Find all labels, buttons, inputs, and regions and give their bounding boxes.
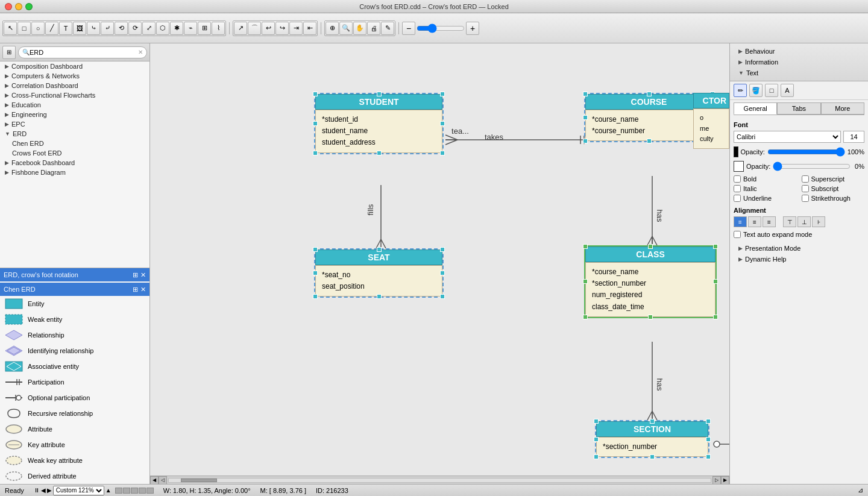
zoom-slider[interactable] (417, 24, 465, 33)
tab-tabs[interactable]: Tabs (777, 102, 820, 115)
scroll-next-btn[interactable]: ▷ (712, 476, 721, 485)
page-back-icon[interactable]: ◀ (41, 487, 46, 494)
tb-btn-6[interactable]: ⇤ (303, 22, 316, 35)
nav-item-crossfunc[interactable]: ▶ Cross-Functional Flowcharts (0, 90, 149, 100)
search-input[interactable] (30, 49, 138, 56)
line-tool[interactable]: ╱ (45, 22, 58, 35)
thumb-2[interactable] (123, 488, 130, 494)
tool-13[interactable]: ✱ (170, 22, 183, 35)
handle-mr[interactable] (440, 271, 445, 275)
tb-btn-5[interactable]: ⇥ (289, 22, 303, 35)
align-left-btn[interactable]: ≡ (734, 216, 747, 227)
presentation-mode-item[interactable]: ▶ Presentation Mode (734, 243, 864, 254)
handle-mr[interactable] (713, 279, 718, 284)
handle-ml[interactable] (313, 121, 318, 126)
thumb-4[interactable] (139, 488, 146, 494)
tb-btn-pointer[interactable]: ↗ (234, 22, 247, 35)
ellipse-tool[interactable]: ○ (31, 22, 45, 35)
zoom-out-btn[interactable]: − (402, 22, 415, 35)
format-text-icon[interactable]: A (781, 84, 794, 97)
thumb-5[interactable] (146, 488, 154, 494)
stencil-item-weak-key[interactable]: Weak key attribute (0, 453, 149, 468)
nav-item-crowsfoot[interactable]: Crows Foot ERD (0, 148, 149, 158)
handle-br[interactable] (440, 151, 445, 155)
handle-mr[interactable] (706, 437, 711, 442)
handle-tl[interactable] (594, 419, 599, 424)
scroll-left-btn[interactable]: ◀ (150, 476, 159, 485)
tb-btn-hand[interactable]: ✋ (353, 22, 366, 35)
auto-expand-checkbox[interactable] (734, 231, 741, 238)
tb-btn-redo[interactable]: ↪ (275, 22, 289, 35)
text-color-swatch[interactable] (734, 146, 738, 157)
rect-tool[interactable]: □ (17, 22, 31, 35)
tb-btn-curve[interactable]: ⌒ (248, 22, 261, 35)
zoom-select[interactable]: Custom 121% (53, 486, 104, 495)
stencil-item-entity[interactable]: Entity (0, 296, 149, 312)
nav-item-erd[interactable]: ▼ ERD (0, 129, 149, 139)
handle-bl[interactable] (313, 294, 318, 299)
tb-btn-zoom-in[interactable]: ⊕ (326, 22, 339, 35)
page-prev-icon[interactable]: ⏸ (34, 487, 40, 494)
minimize-button[interactable] (15, 3, 22, 10)
format-fill-icon[interactable]: 🪣 (749, 84, 763, 97)
maximize-button[interactable] (25, 3, 33, 10)
sidebar-grid-btn[interactable]: ⊞ (2, 46, 16, 59)
handle-bc[interactable] (377, 151, 382, 155)
format-pen-icon[interactable]: ✏ (734, 84, 747, 97)
handle-br[interactable] (706, 454, 711, 459)
handle-bc[interactable] (650, 454, 655, 459)
nav-item-computers[interactable]: ▶ Computers & Networks (0, 71, 149, 81)
stencil-item-key-attribute[interactable]: Key attribute (0, 437, 149, 453)
stencil-item-optional-participation[interactable]: Optional participation (0, 390, 149, 406)
handle-bc[interactable] (377, 294, 382, 299)
canvas[interactable]: takes fills has has teaches tea... STUDE… (150, 43, 729, 484)
handle-bc[interactable] (647, 139, 652, 143)
connector-tool[interactable]: ⤷ (87, 22, 100, 35)
handle-tl[interactable] (583, 244, 588, 249)
handle-br[interactable] (440, 294, 445, 299)
scroll-thumb[interactable] (181, 479, 217, 482)
handle-tc[interactable] (648, 244, 653, 249)
text-tool[interactable]: T (59, 22, 72, 35)
handle-bl[interactable] (583, 139, 588, 143)
page-forward-icon[interactable]: ▶ (47, 487, 52, 494)
stencil-header-1[interactable]: ERD, crow's foot notation ⊞ ✕ (0, 268, 149, 281)
section-entity[interactable]: SECTION *section_number (595, 420, 709, 458)
tool-14[interactable]: ⌁ (184, 22, 197, 35)
nav-item-fishbone[interactable]: ▶ Fishbone Diagram (0, 168, 149, 177)
stencil-item-derived[interactable]: Derived attribute (0, 468, 149, 484)
nav-item-correlation[interactable]: ▶ Correlation Dashboard (0, 81, 149, 90)
information-item[interactable]: ▶ Information (734, 57, 864, 67)
behaviour-item[interactable]: ▶ Behaviour (734, 46, 864, 57)
handle-ml[interactable] (594, 437, 599, 442)
strikethrough-checkbox[interactable] (802, 195, 809, 202)
handle-tc[interactable] (377, 92, 382, 96)
tab-more[interactable]: More (821, 102, 864, 115)
format-rect-icon[interactable]: □ (765, 84, 778, 97)
handle-tr[interactable] (440, 247, 445, 252)
tb-btn-pencil[interactable]: ✎ (381, 22, 394, 35)
student-entity[interactable]: STUDENT *student_id student_name student… (314, 93, 444, 154)
superscript-checkbox[interactable] (802, 175, 809, 183)
handle-tc[interactable] (650, 419, 655, 424)
italic-checkbox[interactable] (734, 185, 741, 192)
nav-item-epc[interactable]: ▶ EPC (0, 119, 149, 129)
stencil-item-relationship[interactable]: Relationship (0, 327, 149, 343)
handle-bc[interactable] (648, 315, 653, 319)
handle-bl[interactable] (594, 454, 599, 459)
tool-10[interactable]: ⟳ (128, 22, 142, 35)
zoom-stepper-up[interactable]: ▲ (105, 487, 112, 494)
bg-color-swatch[interactable] (734, 161, 744, 172)
align-top-btn[interactable]: ⊤ (783, 216, 796, 227)
handle-tr[interactable] (706, 419, 711, 424)
tool-15[interactable]: ⊞ (198, 22, 211, 35)
handle-bl[interactable] (313, 151, 318, 155)
dynamic-help-item[interactable]: ▶ Dynamic Help (734, 254, 864, 265)
image-tool[interactable]: 🖼 (73, 22, 86, 35)
nav-item-composition[interactable]: ▶ Composition Dashboard (0, 61, 149, 71)
seat-entity[interactable]: SEAT *seat_no seat_position (314, 248, 444, 298)
underline-checkbox[interactable] (734, 195, 741, 202)
text-item[interactable]: ▼ Text (734, 67, 864, 78)
handle-tr[interactable] (440, 92, 445, 96)
stencil-item-identifying[interactable]: Identifying relationship (0, 343, 149, 359)
